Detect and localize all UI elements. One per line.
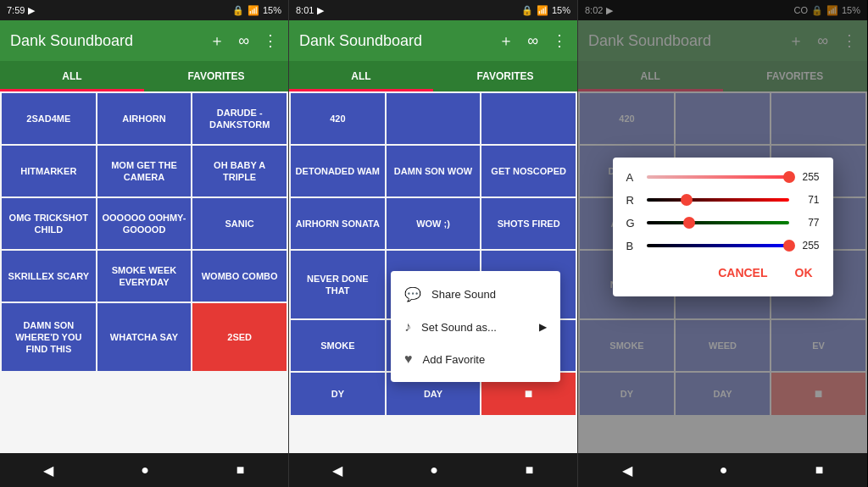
panel-2: 8:01 ▶ 🔒 📶 15% Dank Soundboard ＋ ∞ ⋮ ALL… [289, 0, 578, 487]
dialog-actions: CANCEL OK [626, 263, 820, 283]
sound-btn-2-8[interactable]: SHOTS FIRED [481, 198, 576, 249]
sound-btn-2-12[interactable]: SMOKE [291, 320, 385, 371]
tabs-2: ALL FAVORITES [289, 61, 577, 91]
sound-btn-1-10[interactable]: SMOKE WEEK EVERYDAY [97, 251, 192, 302]
slider-value-g: 77 [796, 217, 820, 229]
slider-thumb-a[interactable] [783, 171, 795, 183]
home-btn-3[interactable]: ● [720, 462, 728, 478]
sound-btn-1-4[interactable]: MOM GET THE CAMERA [97, 146, 192, 196]
sound-btn-2-1 [387, 93, 481, 144]
context-set-sound[interactable]: ♪ Set Sound as... ▶ [391, 311, 560, 343]
nav-bar-1: ◀ ● ■ [0, 453, 288, 487]
tab-all-1[interactable]: ALL [0, 61, 144, 91]
more-icon-2[interactable]: ⋮ [552, 31, 567, 50]
ok-button[interactable]: OK [788, 263, 820, 283]
nav-bar-3: ◀ ● ■ [578, 453, 867, 487]
slider-track-g[interactable] [647, 221, 789, 224]
dialog-overlay: A 255 R 71 G 77 [578, 0, 867, 453]
slider-track-b[interactable] [647, 244, 789, 247]
sound-btn-2-4[interactable]: DAMN SON WOW [387, 146, 481, 196]
sound-btn-2-0[interactable]: 420 [291, 93, 385, 144]
app-title-1: Dank Soundboard [10, 32, 209, 50]
stop-fab-2[interactable]: ■ [525, 385, 533, 403]
sound-btn-1-5[interactable]: Oh Baby A Triple [192, 146, 287, 196]
app-bar-icons-1: ＋ ∞ ⋮ [209, 30, 278, 51]
sound-btn-2-3[interactable]: DETONADED WAM [291, 146, 385, 196]
sound-btn-1-12[interactable]: DAMN SON WHERE'D YOU FIND THIS [2, 303, 96, 371]
slider-row-b: B 255 [626, 240, 820, 252]
slider-label-b: B [626, 240, 640, 252]
sound-btn-1-11[interactable]: WOMBO COMBO [192, 251, 287, 302]
back-btn-2[interactable]: ◀ [332, 462, 342, 479]
back-btn-3[interactable]: ◀ [622, 462, 632, 479]
recents-btn-1[interactable]: ■ [236, 462, 245, 478]
tab-all-2[interactable]: ALL [289, 61, 433, 91]
app-bar-1: Dank Soundboard ＋ ∞ ⋮ [0, 20, 288, 61]
sound-btn-1-6[interactable]: OMG TRICKSHOT CHILD [2, 198, 96, 249]
app-bar-2: Dank Soundboard ＋ ∞ ⋮ [289, 20, 577, 61]
context-menu: 💬 Share Sound ♪ Set Sound as... ▶ ♥ Add … [391, 271, 560, 382]
back-btn-1[interactable]: ◀ [43, 462, 53, 479]
cancel-button[interactable]: CANCEL [711, 263, 774, 283]
status-time-1: 7:59 ▶ [7, 5, 35, 16]
share-icon: 💬 [404, 286, 421, 302]
sound-btn-1-0[interactable]: 2SAD4ME [2, 93, 96, 144]
add-icon-2[interactable]: ＋ [498, 30, 514, 51]
sound-grid-1: 2SAD4ME AIRHORN Darude - Dankstorm Hitma… [0, 91, 288, 453]
slider-track-r[interactable] [647, 198, 789, 202]
sound-btn-2-15[interactable]: DY [291, 373, 385, 415]
panel-3: 8:02 ▶ CO 🔒 📶 15% Dank Soundboard ＋ ∞ ⋮ … [578, 0, 867, 487]
status-bar-2: 8:01 ▶ 🔒 📶 15% [289, 0, 577, 20]
status-bar-1: 7:59 ▶ 🔒 📶 15% [0, 0, 288, 20]
slider-row-a: A 255 [626, 171, 820, 184]
sound-btn-2-2 [481, 93, 576, 144]
sound-btn-2-9[interactable]: NEVER DONE THAT [291, 251, 385, 318]
slider-thumb-r[interactable] [681, 194, 693, 206]
loop-icon-1[interactable]: ∞ [238, 32, 249, 50]
color-picker-dialog: A 255 R 71 G 77 [613, 158, 833, 296]
tabs-1: ALL FAVORITES [0, 61, 288, 91]
slider-label-a: A [626, 171, 640, 184]
slider-value-a: 255 [796, 171, 820, 183]
heart-icon: ♥ [404, 351, 413, 367]
slider-thumb-b[interactable] [783, 240, 795, 252]
sound-btn-1-8[interactable]: Sanic [192, 198, 287, 249]
sound-btn-1-9[interactable]: Skrillex Scary [2, 251, 96, 302]
slider-label-g: G [626, 217, 640, 230]
slider-label-r: R [626, 194, 640, 207]
recents-btn-3[interactable]: ■ [815, 462, 824, 478]
sound-btn-2-5[interactable]: GET NOSCOPED [481, 146, 576, 196]
slider-fill-a [647, 175, 789, 179]
nav-bar-2: ◀ ● ■ [289, 453, 577, 487]
app-title-2: Dank Soundboard [299, 32, 498, 50]
sound-btn-2-7[interactable]: Wow ;) [387, 198, 481, 249]
sound-btn-1-3[interactable]: Hitmarker [2, 146, 96, 196]
sound-btn-1-7[interactable]: OOOOOO OOHMY- GOOOOD [97, 198, 192, 249]
sound-btn-1-1[interactable]: AIRHORN [97, 93, 192, 144]
slider-row-r: R 71 [626, 194, 820, 207]
add-icon-1[interactable]: ＋ [209, 30, 225, 51]
tab-favorites-2[interactable]: FAVORITES [433, 61, 577, 91]
arrow-icon: ▶ [539, 321, 547, 333]
slider-thumb-g[interactable] [683, 217, 695, 229]
sound-btn-1-2[interactable]: Darude - Dankstorm [192, 93, 287, 144]
sound-btn-2-6[interactable]: AIRHORN SONATA [291, 198, 385, 249]
sound-btn-1-13[interactable]: Whatcha Say [97, 303, 192, 371]
panel-1: 7:59 ▶ 🔒 📶 15% Dank Soundboard ＋ ∞ ⋮ ALL… [0, 0, 289, 487]
tab-favorites-1[interactable]: FAVORITES [144, 61, 288, 91]
slider-track-a[interactable] [647, 175, 789, 179]
home-btn-1[interactable]: ● [141, 462, 149, 478]
more-icon-1[interactable]: ⋮ [263, 31, 278, 50]
recents-btn-2[interactable]: ■ [526, 462, 534, 478]
loop-icon-2[interactable]: ∞ [527, 32, 538, 50]
slider-value-r: 71 [796, 194, 820, 206]
context-share[interactable]: 💬 Share Sound [391, 278, 560, 311]
music-icon: ♪ [404, 319, 411, 335]
context-add-favorite[interactable]: ♥ Add Favorite [391, 343, 560, 375]
slider-value-b: 255 [796, 240, 820, 252]
sound-btn-1-14[interactable]: 2SED [192, 303, 287, 371]
slider-row-g: G 77 [626, 217, 820, 230]
home-btn-2[interactable]: ● [430, 462, 438, 478]
